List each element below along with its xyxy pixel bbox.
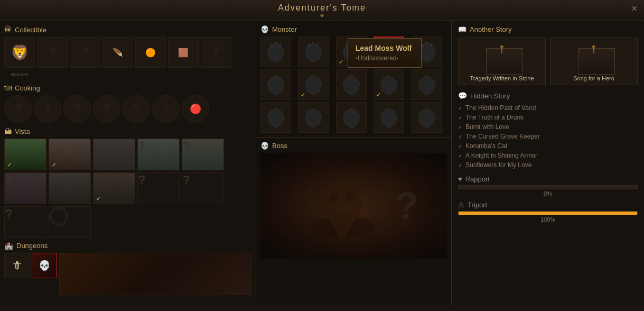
monster-cell-11[interactable] <box>260 102 291 133</box>
rapport-header: ♥ Rapport <box>458 175 638 183</box>
cooking-item-6[interactable]: ? <box>152 95 180 123</box>
cooking-section-header: 🍽 Cooking <box>4 84 251 92</box>
boss-image-area: ? <box>260 153 447 259</box>
story-check-1: ✓ <box>458 105 462 111</box>
story-item-1[interactable]: ✓ The Hidden Past of Varut <box>458 103 638 113</box>
story-book-1[interactable]: ↑ Tragedy Written in Stone <box>458 38 546 85</box>
hidden-story-label: Hidden Story <box>470 92 510 100</box>
story-check-7: ✓ <box>458 162 462 168</box>
vista-item-11[interactable]: ? <box>4 206 46 238</box>
story-item-3[interactable]: ✓ Burnt with Love <box>458 122 638 132</box>
cooking-label: Cooking <box>15 84 40 92</box>
story-item-5[interactable]: ✓ Korumba's Cat <box>458 141 638 151</box>
collectible-item-1[interactable]: 🦁 <box>4 37 35 68</box>
title-bar: Adventurer's Tome ❖ ✕ <box>0 0 644 21</box>
rapport-label: Rapport <box>465 175 490 183</box>
vista-icon: 🏔 <box>4 127 12 135</box>
book-title-2: Song for a Hero <box>573 75 614 81</box>
triport-icon: ⚠ <box>458 201 464 209</box>
vista-section-header: 🏔 Vista <box>4 127 251 135</box>
story-item-7[interactable]: ✓ Sunflowers for My Love <box>458 160 638 170</box>
cooking-item-5[interactable]: ? <box>123 95 150 123</box>
another-story-label: Another Story <box>470 25 512 33</box>
collectible-item-6[interactable]: 🟫 <box>168 37 199 68</box>
vista-item-12[interactable] <box>49 206 91 238</box>
hidden-story-icon: 💬 <box>458 92 467 100</box>
dungeon-item-2[interactable]: 💀 <box>32 253 57 278</box>
vista-item-9[interactable]: ? <box>137 172 180 204</box>
monster-cell-13[interactable] <box>336 102 367 133</box>
cooking-item-1[interactable]: ? <box>4 95 32 123</box>
cooking-grid: ? ? ? ? ? ? 🔴 <box>4 95 251 123</box>
monster-cell-6[interactable] <box>260 69 291 100</box>
story-check-3: ✓ <box>458 124 462 130</box>
svg-point-1 <box>330 194 339 202</box>
book-icon-2: ↑ <box>578 41 610 73</box>
monster-cell-1[interactable] <box>260 36 291 67</box>
story-item-6[interactable]: ✓ A Knight in Shining Armor <box>458 151 638 160</box>
dungeon-image-wide <box>59 253 251 295</box>
story-book-2[interactable]: ↑ Song for a Hero <box>550 38 638 85</box>
collectible-grid: 🦁 ? ? 🪶 🟠 🟫 ? Sources <box>4 37 251 79</box>
vista-item-10[interactable]: ? <box>182 172 224 204</box>
monster-cell-7[interactable]: ✓ <box>298 69 329 100</box>
monster-cell-12[interactable] <box>298 102 329 133</box>
rapport-progress-bar <box>458 185 638 189</box>
story-item-label-5: Korumba's Cat <box>465 142 507 150</box>
story-check-2: ✓ <box>458 115 462 121</box>
vista-grid: ✓ ✓ ? ? ? ? <box>4 139 251 238</box>
vista-item-2[interactable]: ✓ <box>49 139 91 170</box>
vista-label: Vista <box>15 127 30 135</box>
collectible-item-3[interactable]: ? <box>70 37 100 68</box>
boss-question-mark: ? <box>395 184 418 227</box>
boss-icon: 💀 <box>260 142 269 150</box>
dungeons-icon: 🏰 <box>4 241 13 250</box>
vista-item-7[interactable] <box>49 172 91 204</box>
dungeons-label: Dungeons <box>16 242 48 250</box>
boss-header: 💀 Boss <box>260 142 447 150</box>
vista-item-3[interactable]: ? <box>93 139 135 170</box>
story-item-2[interactable]: ✓ The Truth of a Drunk <box>458 113 638 122</box>
vista-item-1[interactable]: ✓ <box>4 139 46 170</box>
monster-cell-14[interactable] <box>374 102 404 133</box>
collectible-item-2[interactable]: ? <box>37 37 68 68</box>
monster-cell-2[interactable] <box>298 36 329 67</box>
monster-cell-15[interactable] <box>412 102 442 133</box>
collectible-label: Collectible <box>15 26 46 34</box>
dungeon-scroll: 🗡 💀 <box>4 253 251 295</box>
cooking-icon: 🍽 <box>4 84 12 92</box>
left-panel: 🏛 Collectible 🦁 ? ? 🪶 🟠 🟫 <box>0 21 256 305</box>
collectible-item-5[interactable]: 🟠 <box>135 37 166 68</box>
monster-cell-10[interactable] <box>412 69 442 100</box>
another-story-icon: 📖 <box>458 25 466 33</box>
boss-label: Boss <box>272 142 287 150</box>
cooking-item-2[interactable]: ? <box>34 95 61 123</box>
story-item-label-2: The Truth of a Drunk <box>465 114 524 121</box>
dungeon-item-1[interactable]: 🗡 <box>4 253 30 278</box>
monster-cell-9[interactable]: ✓ <box>374 69 404 100</box>
book-title-1: Tragedy Written in Stone <box>470 75 534 81</box>
vista-item-5[interactable]: ? <box>182 139 224 170</box>
close-button[interactable]: ✕ <box>631 4 638 13</box>
monster-label: Monster <box>272 25 297 33</box>
story-check-5: ✓ <box>458 143 462 149</box>
cooking-item-3[interactable]: ? <box>63 95 91 123</box>
triport-header: ⚠ Triport <box>458 201 638 209</box>
monster-cell-8[interactable] <box>336 69 367 100</box>
triport-progress-fill <box>459 212 637 215</box>
hidden-story-header: 💬 Hidden Story <box>458 92 638 100</box>
cooking-item-4[interactable]: ? <box>93 95 120 123</box>
title-ornament: ❖ <box>0 13 644 19</box>
triport-label: Triport <box>468 201 487 209</box>
monster-icon: 💀 <box>260 25 269 33</box>
collectible-item-7[interactable]: ? <box>201 37 231 68</box>
tooltip-status: -Undiscovered- <box>356 54 414 62</box>
collectible-item-4[interactable]: 🪶 <box>102 37 133 68</box>
vista-item-6[interactable]: ? <box>4 172 46 204</box>
window-title: Adventurer's Tome <box>0 3 644 13</box>
triport-section: ⚠ Triport 100% <box>458 201 638 223</box>
vista-item-8[interactable]: ✓ <box>93 172 135 204</box>
cooking-item-7[interactable]: 🔴 <box>182 95 209 123</box>
vista-item-4[interactable]: ? <box>137 139 180 170</box>
story-item-4[interactable]: ✓ The Cursed Grave Keeper <box>458 132 638 141</box>
